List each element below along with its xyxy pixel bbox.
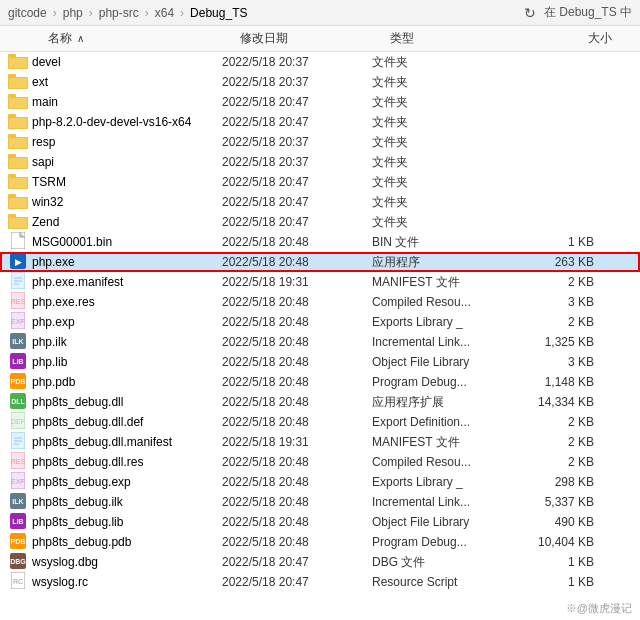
file-type: 文件夹 [372, 194, 522, 211]
exp-icon: EXP [11, 312, 25, 332]
col-type-header[interactable]: 类型 [390, 30, 540, 47]
file-name: php8ts_debug.ilk [32, 495, 222, 509]
svg-rect-2 [9, 58, 27, 68]
table-row[interactable]: LIBphp8ts_debug.lib2022/5/18 20:48Object… [0, 512, 640, 532]
table-row[interactable]: ILKphp.ilk2022/5/18 20:48Incremental Lin… [0, 332, 640, 352]
location-label: 在 Debug_TS 中 [544, 4, 632, 21]
svg-rect-23 [9, 198, 27, 208]
file-name: wsyslog.dbg [32, 555, 222, 569]
file-type: 文件夹 [372, 134, 522, 151]
file-name: php.ilk [32, 335, 222, 349]
dbg-icon: DBG [10, 553, 26, 572]
table-row[interactable]: PDBphp8ts_debug.pdb2022/5/18 20:48Progra… [0, 532, 640, 552]
file-date: 2022/5/18 20:47 [222, 115, 372, 129]
folder-icon [8, 213, 28, 232]
file-type: Exports Library _ [372, 475, 522, 489]
table-row[interactable]: win322022/5/18 20:47文件夹 [0, 192, 640, 212]
file-name: php8ts_debug.dll.def [32, 415, 222, 429]
def-icon: DEF [11, 412, 25, 432]
svg-text:DEF: DEF [11, 418, 25, 425]
file-date: 2022/5/18 20:48 [222, 255, 372, 269]
file-size: 2 KB [522, 435, 602, 449]
table-row[interactable]: ext2022/5/18 20:37文件夹 [0, 72, 640, 92]
table-row[interactable]: DLLphp8ts_debug.dll2022/5/18 20:48应用程序扩展… [0, 392, 640, 412]
table-row[interactable]: resp2022/5/18 20:37文件夹 [0, 132, 640, 152]
file-name: TSRM [32, 175, 222, 189]
file-date: 2022/5/18 20:47 [222, 175, 372, 189]
table-row[interactable]: RCwsyslog.rc2022/5/18 20:47Resource Scri… [0, 572, 640, 592]
file-date: 2022/5/18 19:31 [222, 275, 372, 289]
file-name: php.exe.manifest [32, 275, 222, 289]
svg-rect-8 [9, 98, 27, 108]
table-row[interactable]: RESphp.exe.res2022/5/18 20:48Compiled Re… [0, 292, 640, 312]
svg-text:ILK: ILK [12, 338, 23, 345]
table-row[interactable]: LIBphp.lib2022/5/18 20:48Object File Lib… [0, 352, 640, 372]
file-date: 2022/5/18 20:48 [222, 375, 372, 389]
table-row[interactable]: EXPphp.exp2022/5/18 20:48Exports Library… [0, 312, 640, 332]
svg-text:ILK: ILK [12, 498, 23, 505]
table-row[interactable]: php-8.2.0-dev-devel-vs16-x642022/5/18 20… [0, 112, 640, 132]
table-row[interactable]: TSRM2022/5/18 20:47文件夹 [0, 172, 640, 192]
table-row[interactable]: RESphp8ts_debug.dll.res2022/5/18 20:48Co… [0, 452, 640, 472]
lib-icon: LIB [10, 353, 26, 372]
file-size: 2 KB [522, 455, 602, 469]
col-date-header[interactable]: 修改日期 [240, 30, 390, 47]
folder-icon [8, 93, 28, 112]
path-php[interactable]: php [63, 6, 83, 20]
file-date: 2022/5/18 20:48 [222, 335, 372, 349]
table-row[interactable]: EXPphp8ts_debug.exp2022/5/18 20:48Export… [0, 472, 640, 492]
table-row[interactable]: ILKphp8ts_debug.ilk2022/5/18 20:48Increm… [0, 492, 640, 512]
file-type: Incremental Link... [372, 495, 522, 509]
table-row[interactable]: Zend2022/5/18 20:47文件夹 [0, 212, 640, 232]
file-date: 2022/5/18 19:31 [222, 435, 372, 449]
ilk-icon: ILK [10, 493, 26, 512]
file-date: 2022/5/18 20:37 [222, 55, 372, 69]
file-size: 3 KB [522, 355, 602, 369]
svg-rect-17 [9, 158, 27, 168]
table-row[interactable]: php.exe.manifest2022/5/18 19:31MANIFEST … [0, 272, 640, 292]
file-size: 1 KB [522, 555, 602, 569]
refresh-button[interactable]: ↻ [520, 5, 540, 21]
table-row[interactable]: PDBphp.pdb2022/5/18 20:48Program Debug..… [0, 372, 640, 392]
file-name: php.lib [32, 355, 222, 369]
watermark: ※@微虎漫记 [566, 601, 632, 616]
table-row[interactable]: php8ts_debug.dll.manifest2022/5/18 19:31… [0, 432, 640, 452]
file-size: 14,334 KB [522, 395, 602, 409]
file-type: Compiled Resou... [372, 295, 522, 309]
svg-text:▶: ▶ [15, 257, 22, 267]
svg-text:EXP: EXP [11, 478, 25, 485]
path-gitcode[interactable]: gitcode [8, 6, 47, 20]
svg-rect-27 [11, 232, 25, 249]
table-row[interactable]: devel2022/5/18 20:37文件夹 [0, 52, 640, 72]
col-name-header[interactable]: 名称 ∧ [0, 30, 240, 47]
file-date: 2022/5/18 20:48 [222, 455, 372, 469]
file-name: php8ts_debug.pdb [32, 535, 222, 549]
path-php-src[interactable]: php-src [99, 6, 139, 20]
file-name: devel [32, 55, 222, 69]
file-size: 2 KB [522, 415, 602, 429]
rc-icon: RC [11, 572, 25, 592]
file-date: 2022/5/18 20:47 [222, 95, 372, 109]
file-size: 490 KB [522, 515, 602, 529]
exp-icon: EXP [11, 472, 25, 492]
svg-rect-20 [9, 178, 27, 188]
file-type: Program Debug... [372, 535, 522, 549]
svg-text:LIB: LIB [12, 518, 23, 525]
col-size-header[interactable]: 大小 [540, 30, 620, 47]
pdb-icon: PDB [10, 533, 26, 552]
svg-rect-26 [9, 218, 27, 228]
file-name: php-8.2.0-dev-devel-vs16-x64 [32, 115, 222, 129]
table-row[interactable]: ▶php.exe2022/5/18 20:48应用程序263 KB [0, 252, 640, 272]
path-debug-ts[interactable]: Debug_TS [190, 6, 247, 20]
table-row[interactable]: sapi2022/5/18 20:37文件夹 [0, 152, 640, 172]
table-row[interactable]: MSG00001.bin2022/5/18 20:48BIN 文件1 KB [0, 232, 640, 252]
svg-text:RES: RES [11, 298, 25, 305]
path-x64[interactable]: x64 [155, 6, 174, 20]
file-size: 2 KB [522, 275, 602, 289]
file-name: win32 [32, 195, 222, 209]
table-row[interactable]: DBGwsyslog.dbg2022/5/18 20:47DBG 文件1 KB [0, 552, 640, 572]
table-row[interactable]: DEFphp8ts_debug.dll.def2022/5/18 20:48Ex… [0, 412, 640, 432]
ilk-icon: ILK [10, 333, 26, 352]
table-row[interactable]: main2022/5/18 20:47文件夹 [0, 92, 640, 112]
file-type: 文件夹 [372, 214, 522, 231]
